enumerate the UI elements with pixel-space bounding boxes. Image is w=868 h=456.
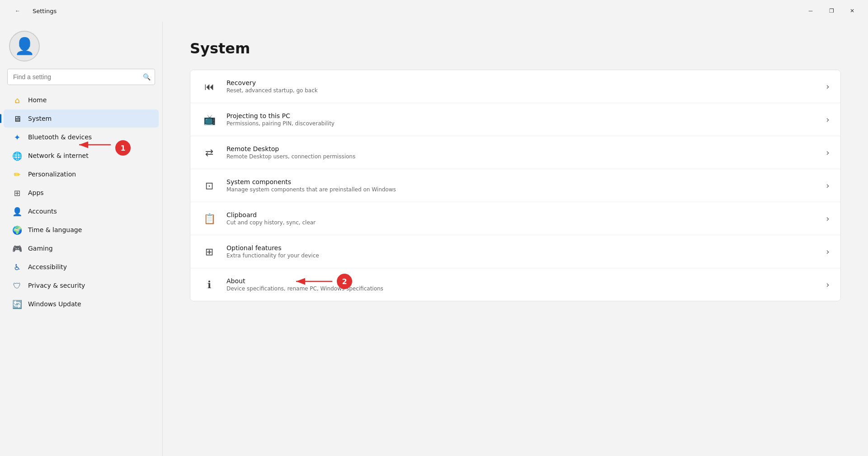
sidebar-item-personalization[interactable]: ✏️Personalization [4, 165, 159, 183]
time-icon: 🌍 [13, 225, 22, 234]
settings-about-icon: ℹ [201, 276, 217, 293]
accessibility-icon: ♿ [13, 262, 22, 271]
sidebar-item-label-time: Time & language [28, 226, 82, 233]
sidebar-item-apps[interactable]: ⊞Apps [4, 184, 159, 202]
titlebar-left: ← Settings [7, 4, 57, 18]
settings-projecting-icon: 📺 [201, 111, 217, 128]
settings-optional-features-chevron: › [826, 246, 830, 257]
search-input[interactable] [7, 69, 155, 85]
settings-remote-desktop-desc: Remote Desktop users, connection permiss… [226, 153, 817, 160]
sidebar-nav: ⌂Home🖥System✦Bluetooth & devices🌐Network… [0, 89, 162, 456]
sidebar-item-label-apps: Apps [28, 189, 44, 196]
privacy-icon: 🛡 [13, 281, 22, 290]
window-controls: ─ ❐ ✕ [800, 4, 863, 18]
titlebar: ← Settings ─ ❐ ✕ [0, 0, 868, 22]
settings-system-components-icon: ⊡ [201, 177, 217, 194]
settings-item-about[interactable]: ℹAboutDevice specifications, rename PC, … [190, 268, 840, 301]
sidebar-item-label-privacy: Privacy & security [28, 282, 85, 289]
sidebar-item-label-personalization: Personalization [28, 171, 76, 178]
settings-about-chevron: › [826, 279, 830, 290]
settings-about-title: About [226, 277, 817, 285]
gaming-icon: 🎮 [13, 244, 22, 253]
sidebar-item-label-network: Network & internet [28, 152, 89, 159]
settings-remote-desktop-title: Remote Desktop [226, 145, 817, 152]
apps-icon: ⊞ [13, 188, 22, 197]
sidebar-item-accessibility[interactable]: ♿Accessibility [4, 258, 159, 276]
settings-optional-features-icon: ⊞ [201, 243, 217, 260]
settings-about-desc: Device specifications, rename PC, Window… [226, 285, 817, 292]
minimize-button[interactable]: ─ [800, 4, 821, 18]
search-box[interactable]: 🔍 [7, 69, 155, 85]
sidebar-item-label-accessibility: Accessibility [28, 263, 67, 271]
sidebar-item-time[interactable]: 🌍Time & language [4, 221, 159, 239]
home-icon: ⌂ [13, 95, 22, 104]
settings-item-clipboard[interactable]: 📋ClipboardCut and copy history, sync, cl… [190, 202, 840, 235]
settings-optional-features-title: Optional features [226, 244, 817, 252]
titlebar-title: Settings [33, 8, 57, 14]
settings-item-recovery[interactable]: ⏮RecoveryReset, advanced startup, go bac… [190, 70, 840, 103]
maximize-button[interactable]: ❐ [821, 4, 842, 18]
settings-projecting-title: Projecting to this PC [226, 112, 817, 119]
settings-system-components-desc: Manage system components that are preins… [226, 186, 817, 193]
sidebar-item-label-update: Windows Update [28, 300, 81, 308]
close-button[interactable]: ✕ [842, 4, 863, 18]
settings-projecting-chevron: › [826, 114, 830, 125]
settings-system-components-text: System componentsManage system component… [226, 178, 817, 193]
settings-projecting-desc: Permissions, pairing PIN, discoverabilit… [226, 120, 817, 127]
avatar: 👤 [9, 31, 40, 62]
sidebar-item-gaming[interactable]: 🎮Gaming [4, 239, 159, 257]
page-title: System [190, 40, 841, 57]
settings-recovery-title: Recovery [226, 79, 817, 86]
settings-clipboard-title: Clipboard [226, 211, 817, 218]
sidebar-item-network[interactable]: 🌐Network & internet [4, 147, 159, 165]
settings-item-projecting[interactable]: 📺Projecting to this PCPermissions, pairi… [190, 103, 840, 136]
sidebar-item-label-system: System [28, 115, 52, 122]
settings-clipboard-chevron: › [826, 213, 830, 224]
settings-optional-features-desc: Extra functionality for your device [226, 252, 817, 259]
settings-list: ⏮RecoveryReset, advanced startup, go bac… [190, 70, 841, 301]
settings-system-components-title: System components [226, 178, 817, 185]
settings-remote-desktop-chevron: › [826, 147, 830, 158]
settings-about-text: AboutDevice specifications, rename PC, W… [226, 277, 817, 292]
user-icon: 👤 [14, 37, 35, 56]
settings-remote-desktop-icon: ⇄ [201, 144, 217, 161]
accounts-icon: 👤 [13, 207, 22, 216]
system-icon: 🖥 [13, 114, 22, 123]
profile-section: 👤 [0, 22, 162, 69]
search-icon: 🔍 [143, 73, 151, 81]
back-button[interactable]: ← [7, 4, 28, 18]
settings-system-components-chevron: › [826, 180, 830, 191]
sidebar-item-home[interactable]: ⌂Home [4, 91, 159, 109]
settings-recovery-desc: Reset, advanced startup, go back [226, 87, 817, 94]
sidebar-item-update[interactable]: 🔄Windows Update [4, 295, 159, 313]
settings-remote-desktop-text: Remote DesktopRemote Desktop users, conn… [226, 145, 817, 160]
settings-item-optional-features[interactable]: ⊞Optional featuresExtra functionality fo… [190, 235, 840, 268]
settings-item-remote-desktop[interactable]: ⇄Remote DesktopRemote Desktop users, con… [190, 136, 840, 169]
sidebar-item-bluetooth[interactable]: ✦Bluetooth & devices [4, 128, 159, 146]
bluetooth-icon: ✦ [13, 133, 22, 142]
sidebar-item-label-bluetooth: Bluetooth & devices [28, 133, 92, 141]
settings-recovery-chevron: › [826, 81, 830, 92]
app-window: ← Settings ─ ❐ ✕ 👤 🔍 ⌂Home🖥System✦Blueto… [0, 0, 868, 456]
sidebar-item-label-home: Home [28, 96, 47, 104]
sidebar-item-system[interactable]: 🖥System [4, 109, 159, 128]
sidebar-item-privacy[interactable]: 🛡Privacy & security [4, 276, 159, 294]
network-icon: 🌐 [13, 151, 22, 160]
settings-projecting-text: Projecting to this PCPermissions, pairin… [226, 112, 817, 127]
settings-recovery-icon: ⏮ [201, 78, 217, 95]
sidebar: 👤 🔍 ⌂Home🖥System✦Bluetooth & devices🌐Net… [0, 22, 163, 456]
settings-clipboard-text: ClipboardCut and copy history, sync, cle… [226, 211, 817, 226]
app-body: 👤 🔍 ⌂Home🖥System✦Bluetooth & devices🌐Net… [0, 22, 868, 456]
sidebar-item-label-accounts: Accounts [28, 208, 57, 215]
personalization-icon: ✏️ [13, 170, 22, 179]
main-content: System ⏮RecoveryReset, advanced startup,… [163, 22, 868, 456]
sidebar-item-label-gaming: Gaming [28, 245, 53, 252]
settings-clipboard-icon: 📋 [201, 210, 217, 227]
sidebar-item-accounts[interactable]: 👤Accounts [4, 202, 159, 220]
settings-optional-features-text: Optional featuresExtra functionality for… [226, 244, 817, 259]
settings-clipboard-desc: Cut and copy history, sync, clear [226, 219, 817, 226]
settings-item-system-components[interactable]: ⊡System componentsManage system componen… [190, 169, 840, 202]
settings-recovery-text: RecoveryReset, advanced startup, go back [226, 79, 817, 94]
update-icon: 🔄 [13, 299, 22, 309]
